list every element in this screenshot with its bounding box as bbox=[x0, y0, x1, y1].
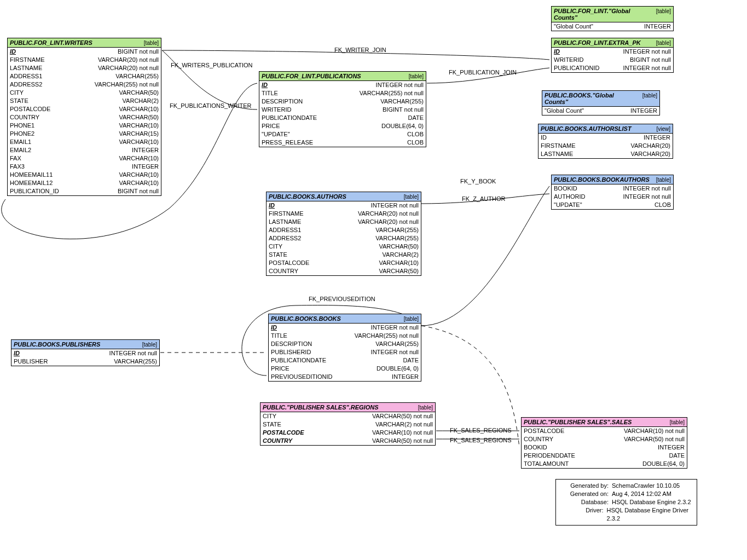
column-type: VARCHAR(255) bbox=[375, 340, 419, 348]
fk-label: FK_PUBLICATION_JOIN bbox=[449, 69, 517, 76]
column-row: POSTALCODEVARCHAR(10) not null bbox=[260, 429, 435, 437]
column-type: VARCHAR(50) not null bbox=[624, 436, 685, 443]
column-name: POSTALCODE bbox=[524, 428, 564, 435]
column-row: FAX3INTEGER bbox=[8, 163, 161, 171]
table-tag: [table] bbox=[642, 93, 657, 99]
metadata-box: Generated by:SchemaCrawler 10.10.05 Gene… bbox=[555, 479, 697, 526]
column-row: ADDRESS2VARCHAR(255) not null bbox=[8, 80, 161, 89]
column-name: PUBLICATIONDATE bbox=[271, 357, 326, 364]
column-row: PHONE2VARCHAR(15) bbox=[8, 130, 161, 138]
column-name: BOOKID bbox=[554, 185, 577, 192]
column-type: VARCHAR(10) bbox=[119, 171, 159, 178]
column-name: POSTALCODE bbox=[269, 259, 309, 267]
column-type: VARCHAR(20) bbox=[630, 151, 670, 158]
column-type: INTEGER bbox=[392, 373, 419, 380]
column-row: TITLEVARCHAR(255) not null bbox=[269, 332, 421, 340]
column-row: WRITERIDBIGINT not null bbox=[552, 56, 673, 64]
table-extra_pk: PUBLIC.FOR_LINT.EXTRA_PK[table]IDINTEGER… bbox=[551, 38, 674, 73]
column-name: ID bbox=[271, 324, 277, 331]
table-header: PUBLIC.BOOKS.BOOKAUTHORS[table] bbox=[552, 175, 673, 184]
column-type: DATE bbox=[669, 452, 685, 459]
column-type: BIGINT not null bbox=[383, 106, 424, 113]
column-type: DOUBLE(64, 0) bbox=[381, 123, 424, 130]
column-row: IDBIGINT not null bbox=[8, 48, 161, 56]
fk-label: FK_WRITER_JOIN bbox=[334, 47, 386, 53]
table-title: PUBLIC.FOR_LINT."Global Counts" bbox=[554, 8, 652, 21]
table-publications: PUBLIC.FOR_LINT.PUBLICATIONS[table]IDINT… bbox=[259, 71, 426, 147]
column-name: TOTALAMOUNT bbox=[524, 460, 569, 467]
table-regions: PUBLIC."PUBLISHER SALES".REGIONS[table]C… bbox=[260, 402, 436, 446]
table-title: PUBLIC.BOOKS.BOOKAUTHORS bbox=[554, 176, 650, 183]
column-type: BIGINT not null bbox=[630, 56, 671, 63]
column-name: FIRSTNAME bbox=[541, 142, 576, 149]
column-type: VARCHAR(255) not null bbox=[95, 81, 159, 88]
column-name: LASTNAME bbox=[541, 151, 573, 158]
column-type: VARCHAR(10) bbox=[379, 259, 419, 267]
meta-database-label: Database: bbox=[559, 498, 609, 506]
column-row: PUBLICATIONDATEDATE bbox=[259, 114, 426, 122]
column-row: IDINTEGER not null bbox=[267, 201, 421, 210]
column-name: EMAIL2 bbox=[10, 147, 31, 154]
column-row: ADDRESS1VARCHAR(255) bbox=[8, 72, 161, 80]
column-row: IDINTEGER bbox=[538, 134, 673, 142]
column-name: STATE bbox=[10, 97, 28, 105]
column-name: "Global Count" bbox=[545, 107, 584, 114]
column-type: VARCHAR(50) bbox=[379, 268, 419, 275]
table-title: PUBLIC.BOOKS.AUTHORSLIST bbox=[541, 125, 632, 132]
column-type: INTEGER bbox=[644, 23, 671, 30]
column-type: INTEGER not null bbox=[623, 65, 671, 72]
column-row: PREVIOUSEDITIONIDINTEGER bbox=[269, 373, 421, 381]
column-name: PUBLISHERID bbox=[271, 349, 311, 356]
meta-generated-by: SchemaCrawler 10.10.05 bbox=[612, 482, 680, 490]
column-type: BIGINT not null bbox=[118, 48, 159, 55]
table-tag: [view] bbox=[656, 126, 670, 132]
column-type: INTEGER not null bbox=[623, 48, 671, 55]
table-global_counts_books: PUBLIC.BOOKS."Global Counts"[table]"Glob… bbox=[542, 90, 660, 116]
column-type: INTEGER not null bbox=[623, 185, 671, 192]
column-name: HOMEEMAIL12 bbox=[10, 180, 53, 187]
column-type: INTEGER bbox=[630, 107, 657, 114]
column-type: VARCHAR(10) bbox=[119, 138, 159, 146]
column-name: ADDRESS2 bbox=[269, 235, 301, 242]
column-row: PRICEDOUBLE(64, 0) bbox=[269, 365, 421, 373]
column-type: VARCHAR(10) bbox=[119, 122, 159, 129]
column-row: FIRSTNAMEVARCHAR(20) bbox=[538, 142, 673, 150]
column-name: AUTHORID bbox=[554, 193, 585, 200]
column-name: DESCRIPTION bbox=[271, 340, 312, 348]
column-type: VARCHAR(20) not null bbox=[358, 210, 419, 217]
table-title: PUBLIC.FOR_LINT.PUBLICATIONS bbox=[262, 73, 361, 79]
column-name: FAX bbox=[10, 155, 21, 162]
column-row: FIRSTNAMEVARCHAR(20) not null bbox=[267, 210, 421, 218]
column-name: ID bbox=[541, 134, 547, 141]
column-name: EMAIL1 bbox=[10, 138, 31, 146]
column-row: EMAIL1VARCHAR(10) bbox=[8, 138, 161, 146]
column-type: INTEGER not null bbox=[109, 350, 157, 357]
table-writers: PUBLIC.FOR_LINT.WRITERS[table]IDBIGINT n… bbox=[7, 38, 161, 196]
column-name: FAX3 bbox=[10, 163, 25, 170]
table-title: PUBLIC.FOR_LINT.EXTRA_PK bbox=[554, 39, 641, 46]
column-name: STATE bbox=[263, 421, 281, 428]
column-row: PUBLICATIONIDINTEGER not null bbox=[552, 64, 673, 72]
column-name: ADDRESS1 bbox=[269, 227, 301, 234]
fk-label: FK_Y_BOOK bbox=[460, 178, 496, 184]
table-title: PUBLIC.BOOKS.AUTHORS bbox=[269, 193, 346, 200]
column-row: FIRSTNAMEVARCHAR(20) not null bbox=[8, 56, 161, 64]
column-row: WRITERIDBIGINT not null bbox=[259, 106, 426, 114]
fk-label: FK_SALES_REGIONS bbox=[450, 427, 512, 434]
column-row: STATEVARCHAR(2) bbox=[8, 97, 161, 105]
column-row: PRICEDOUBLE(64, 0) bbox=[259, 122, 426, 130]
column-row: CITYVARCHAR(50) bbox=[8, 89, 161, 97]
column-type: DOUBLE(64, 0) bbox=[642, 460, 685, 467]
table-title: PUBLIC.FOR_LINT.WRITERS bbox=[10, 39, 92, 46]
column-row: PRESS_RELEASECLOB bbox=[259, 138, 426, 147]
column-type: VARCHAR(20) not null bbox=[358, 218, 419, 226]
column-name: PHONE2 bbox=[10, 130, 34, 137]
column-name: ID bbox=[10, 48, 16, 55]
column-type: INTEGER bbox=[658, 444, 685, 451]
column-row: TITLEVARCHAR(255) not null bbox=[259, 89, 426, 97]
column-type: INTEGER not null bbox=[623, 193, 671, 200]
column-type: CLOB bbox=[407, 131, 424, 138]
column-type: CLOB bbox=[407, 139, 424, 146]
column-type: INTEGER bbox=[132, 147, 159, 154]
column-name: CITY bbox=[10, 89, 24, 96]
